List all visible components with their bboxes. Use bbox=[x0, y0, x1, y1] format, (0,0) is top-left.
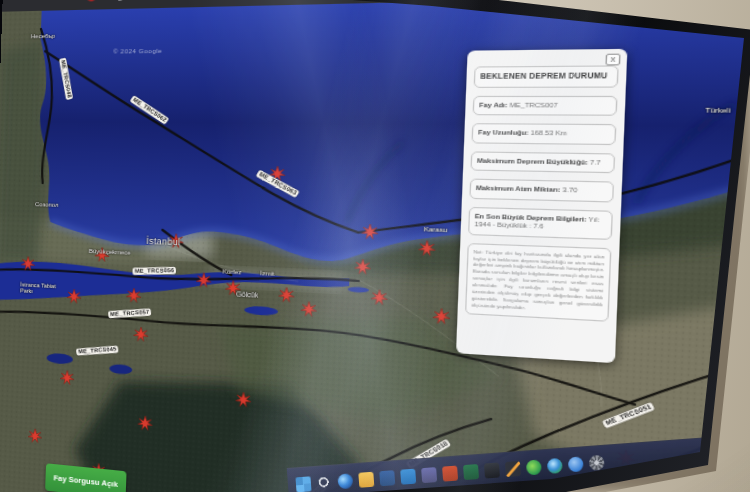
place-label: İstanbul bbox=[146, 236, 181, 248]
place-label: İstranca Tabiat Parkı bbox=[20, 281, 68, 296]
earthquake-info-popup: X BEKLENEN DEPREM DURUMU Fay Adı: ME_TRC… bbox=[456, 49, 627, 363]
popup-title-box: BEKLENEN DEPREM DURUMU bbox=[474, 65, 619, 87]
popup-field: Maksimum Deprem Büyüklüğü: 7.7 bbox=[470, 151, 615, 173]
clock-date: 2.08.2024 bbox=[724, 452, 750, 461]
place-label: Несебър bbox=[31, 33, 55, 39]
field-value: 168.53 Km bbox=[530, 129, 566, 136]
search-icon[interactable] bbox=[316, 475, 332, 491]
taskbar-clock[interactable]: 1:50 2.08.2024 bbox=[724, 444, 750, 461]
bookmark-label: Zonguldak Bülent E... bbox=[102, 0, 193, 1]
bookmark-item[interactable]: Zonguldak Bülent E... bbox=[86, 0, 192, 2]
screen: – ▢ ✕ ✩ ⋮ Zonguldak Bülent E... BEUN Cap… bbox=[0, 0, 750, 492]
popup-field: Maksimum Atım Miktarı: 3.70 bbox=[469, 179, 614, 202]
powerpoint-icon[interactable] bbox=[442, 466, 458, 482]
photos-icon[interactable] bbox=[484, 462, 500, 478]
word-icon[interactable] bbox=[379, 470, 395, 486]
clock-time: 1:50 bbox=[724, 444, 750, 453]
place-label: Karasu bbox=[424, 226, 447, 233]
place-label: Türkeli bbox=[705, 107, 730, 114]
popup-field: Fay Adı: ME_TRCS007 bbox=[473, 95, 618, 116]
popup-field: En Son Büyük Deprem Bilgileri: Yıl: 1944… bbox=[468, 206, 613, 239]
qgis-icon[interactable] bbox=[526, 459, 542, 475]
teams-icon[interactable] bbox=[421, 467, 437, 483]
google-watermark: © 2024 Google bbox=[113, 48, 162, 55]
file-explorer-icon[interactable] bbox=[358, 472, 374, 488]
popup-disclaimer-note: Not: Türkiye diri fay haritasında ilgili… bbox=[465, 243, 612, 322]
satellite-basemap bbox=[0, 0, 750, 492]
place-label: Gölcük bbox=[236, 290, 259, 299]
place-label: Körfez bbox=[222, 268, 241, 275]
field-label: Fay Adı: bbox=[479, 101, 508, 108]
monitor-bezel: – ▢ ✕ ✩ ⋮ Zonguldak Bülent E... BEUN Cap… bbox=[0, 0, 750, 492]
place-label: Созопол bbox=[35, 201, 59, 208]
map-canvas[interactable]: ME_TRCS062 ME_TRCS063 ME_TRCS041 ME_TRCS… bbox=[0, 0, 750, 492]
fault-label-pill[interactable]: ME_TRCS038 bbox=[694, 475, 750, 492]
field-value: ME_TRCS007 bbox=[510, 101, 558, 108]
settings-gear-icon[interactable] bbox=[589, 455, 605, 471]
field-value: 3.70 bbox=[562, 186, 577, 193]
outlook-icon[interactable] bbox=[400, 469, 416, 485]
field-label: Fay Uzunluğu: bbox=[478, 129, 529, 136]
popup-title: BEKLENEN DEPREM DURUMU bbox=[480, 71, 608, 80]
fault-label-pill[interactable]: ME_TRCS056 bbox=[132, 267, 176, 275]
popup-close-button[interactable]: X bbox=[605, 54, 620, 66]
zbeu-favicon bbox=[86, 0, 97, 2]
tray-chevron-icon[interactable]: ▲ bbox=[688, 453, 694, 459]
tray-network-icon[interactable] bbox=[699, 452, 704, 457]
browser-window: – ▢ ✕ ✩ ⋮ Zonguldak Bülent E... BEUN Cap… bbox=[0, 0, 750, 492]
google-earth-icon[interactable] bbox=[547, 458, 563, 474]
popup-field: Fay Uzunluğu: 168.53 Km bbox=[472, 123, 617, 145]
field-value: 7.7 bbox=[590, 158, 601, 165]
field-label: Maksimum Atım Miktarı: bbox=[476, 184, 561, 193]
start-button-icon[interactable] bbox=[295, 476, 311, 492]
power-automate-icon[interactable] bbox=[505, 461, 521, 477]
place-label: İzmit bbox=[260, 270, 274, 277]
edge-icon[interactable] bbox=[337, 473, 353, 489]
excel-icon[interactable] bbox=[463, 464, 479, 480]
photo-scene: – ▢ ✕ ✩ ⋮ Zonguldak Bülent E... BEUN Cap… bbox=[0, 0, 750, 492]
whiteboard-icon[interactable] bbox=[568, 456, 584, 472]
field-label: Maksimum Deprem Büyüklüğü: bbox=[477, 157, 588, 166]
